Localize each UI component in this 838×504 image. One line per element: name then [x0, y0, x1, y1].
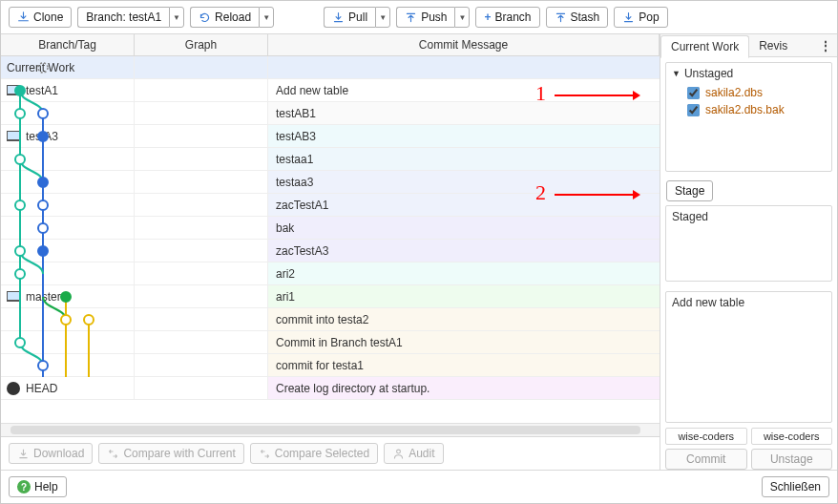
commit-row[interactable]: bak [1, 217, 660, 240]
tab-current-work[interactable]: Current Work [660, 35, 749, 58]
graph-cell [135, 262, 268, 285]
unstaged-file-row[interactable]: sakila2.dbs [666, 84, 831, 101]
download-icon [17, 448, 30, 460]
graph-cell [135, 354, 268, 377]
reload-button[interactable]: Reload ▼ [190, 7, 274, 28]
commit-row[interactable]: ari2 [1, 262, 660, 285]
message-cell: zacTestA1 [268, 194, 660, 217]
header-commit-message[interactable]: Commit Message [268, 34, 660, 55]
commit-panel: Branch/Tag Graph Commit Message Current … [1, 34, 660, 470]
message-cell: Create log directory at startup. [268, 377, 660, 400]
author-tag[interactable]: wise-coders [665, 428, 747, 445]
compare-current-button: Compare with Current [98, 443, 243, 464]
reload-icon [199, 11, 211, 24]
commit-message-input[interactable]: Add new table [665, 291, 832, 423]
github-icon [7, 382, 20, 395]
branch-cell: HEAD [1, 377, 135, 400]
clone-label: Clone [33, 10, 63, 24]
commit-row[interactable]: commit into testa2 [1, 308, 660, 331]
message-cell: ari1 [268, 285, 660, 308]
branch-cell [1, 217, 135, 240]
branch-cell [1, 194, 135, 217]
branch-cell: testA1 [1, 79, 135, 102]
branch-label: Current Work [7, 61, 74, 74]
commit-row[interactable]: testAB1 [1, 102, 660, 125]
file-label: sakila2.dbs [705, 86, 763, 99]
commit-row[interactable]: zacTestA1 [1, 194, 660, 217]
grid-body[interactable]: Current WorktestA1Add new tabletestAB1te… [1, 56, 660, 423]
message-cell: testAB1 [268, 102, 660, 125]
commit-row[interactable]: zacTestA3 [1, 240, 660, 262]
plus-icon: + [484, 10, 491, 24]
horizontal-scrollbar[interactable] [1, 423, 660, 436]
chevron-down-icon[interactable]: ▼ [259, 7, 274, 28]
push-icon [405, 11, 417, 24]
monitor-icon [7, 131, 20, 141]
staged-section: Staged [665, 205, 832, 282]
commit-row[interactable]: testA3testAB3 [1, 125, 660, 148]
commit-row[interactable]: Commit in Branch testA1 [1, 331, 660, 354]
branch-label: testA1 [26, 84, 58, 97]
author-tag[interactable]: wise-coders [751, 428, 833, 445]
unstaged-section: ▼ Unstaged sakila2.dbssakila2.dbs.bak [665, 62, 832, 172]
grid-header: Branch/Tag Graph Commit Message [1, 34, 660, 56]
kebab-menu-icon[interactable]: ⋮ [814, 39, 837, 52]
message-cell: ari2 [268, 262, 660, 285]
compare-icon [259, 448, 271, 460]
new-branch-button[interactable]: + Branch [475, 7, 539, 28]
commit-row[interactable]: masterari1 [1, 285, 660, 308]
unstaged-header[interactable]: ▼ Unstaged [666, 63, 831, 84]
graph-cell [135, 171, 268, 194]
commit-row[interactable]: testA1Add new table [1, 79, 660, 102]
branch-selector[interactable]: Branch: testA1 ▼ [77, 7, 184, 28]
branch-cell: testA3 [1, 125, 135, 148]
commit-row[interactable]: HEADCreate log directory at startup. [1, 377, 660, 400]
commit-row[interactable]: Current Work [1, 56, 660, 79]
branch-cell [1, 262, 135, 285]
file-checkbox[interactable] [687, 104, 700, 116]
branch-cell [1, 308, 135, 331]
help-icon: ? [17, 480, 31, 494]
author-tags: wise-coders wise-coders [665, 428, 832, 445]
stage-button[interactable]: Stage [666, 180, 713, 201]
left-actions-toolbar: Download Compare with Current Compare Se… [1, 436, 660, 470]
collapse-icon: ▼ [672, 69, 681, 78]
push-button[interactable]: Push ▼ [396, 7, 470, 28]
close-button[interactable]: Schließen [762, 476, 829, 497]
clone-button[interactable]: Clone [9, 7, 72, 28]
pull-icon [332, 11, 345, 24]
unstage-button: Unstage [751, 449, 833, 470]
pull-button[interactable]: Pull ▼ [324, 7, 390, 28]
branch-cell [1, 354, 135, 377]
header-graph[interactable]: Graph [135, 34, 268, 55]
stash-icon [555, 11, 567, 24]
commit-row[interactable]: commit for testa1 [1, 354, 660, 377]
audit-button: Audit [384, 443, 443, 464]
tab-revisions[interactable]: Revis [749, 35, 797, 56]
graph-cell [135, 331, 268, 354]
message-cell: Add new table [268, 79, 660, 102]
branch-cell [1, 331, 135, 354]
stash-button[interactable]: Stash [546, 7, 609, 28]
chevron-down-icon[interactable]: ▼ [454, 7, 470, 28]
graph-cell [135, 285, 268, 308]
graph-cell [135, 194, 268, 217]
chevron-down-icon[interactable]: ▼ [169, 7, 184, 28]
commit-button: Commit [665, 449, 747, 470]
message-cell: testaa1 [268, 148, 660, 171]
header-branch-tag[interactable]: Branch/Tag [1, 34, 135, 55]
pop-button[interactable]: Pop [614, 7, 667, 28]
unstaged-file-row[interactable]: sakila2.dbs.bak [666, 101, 831, 118]
branch-label: HEAD [26, 382, 57, 395]
file-checkbox[interactable] [687, 87, 700, 99]
file-label: sakila2.dbs.bak [705, 103, 785, 116]
commit-row[interactable]: testaa3 [1, 171, 660, 194]
help-button[interactable]: ? Help [9, 476, 67, 497]
compare-selected-button: Compare Selected [250, 443, 378, 464]
dialog-footer: ? Help Schließen [1, 470, 837, 503]
message-cell [268, 56, 660, 79]
chevron-down-icon[interactable]: ▼ [375, 7, 390, 28]
staged-header: Staged [672, 210, 708, 223]
graph-cell [135, 377, 268, 400]
commit-row[interactable]: testaa1 [1, 148, 660, 171]
